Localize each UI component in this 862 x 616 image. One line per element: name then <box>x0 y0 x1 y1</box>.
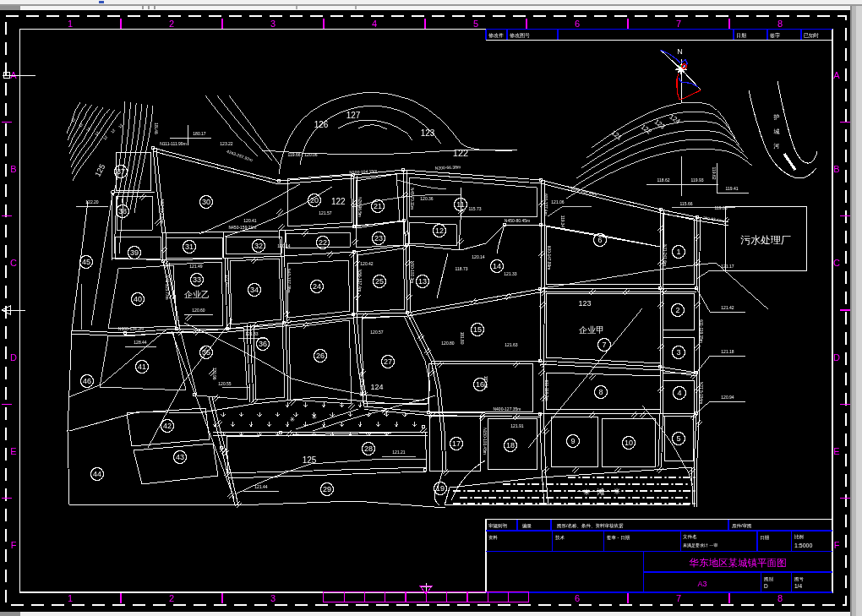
svg-text:图形/名称、条件、资料审核依据: 图形/名称、条件、资料审核依据 <box>557 523 624 529</box>
svg-text:资料: 资料 <box>488 535 499 540</box>
svg-text:3: 3 <box>676 348 680 357</box>
svg-text:18L46: 18L46 <box>154 123 158 134</box>
svg-text:121.18: 121.18 <box>721 349 734 354</box>
svg-text:污水处理厂: 污水处理厂 <box>740 234 791 246</box>
svg-text:N45-125.77m: N45-125.77m <box>165 275 169 299</box>
svg-text:3: 3 <box>270 593 276 603</box>
svg-text:8: 8 <box>598 388 603 396</box>
svg-text:120.06: 120.06 <box>304 152 318 157</box>
svg-text:182.33: 182.33 <box>483 376 488 389</box>
svg-text:121.44: 121.44 <box>254 484 268 489</box>
svg-text:10: 10 <box>625 439 633 447</box>
svg-text:181.80: 181.80 <box>460 332 464 345</box>
svg-text:119.34: 119.34 <box>560 215 565 228</box>
svg-text:护: 护 <box>773 113 780 120</box>
svg-text:600-147.89m: 600-147.89m <box>547 246 551 270</box>
svg-text:9: 9 <box>570 437 575 445</box>
svg-text:115.73: 115.73 <box>469 206 482 211</box>
svg-text:123.22: 123.22 <box>220 141 233 146</box>
svg-text:121.17: 121.17 <box>721 264 734 269</box>
svg-text:27: 27 <box>384 357 392 366</box>
svg-text:1/4: 1/4 <box>794 583 802 589</box>
svg-text:24: 24 <box>313 282 321 291</box>
svg-text:N400-117.1m: N400-117.1m <box>359 373 363 397</box>
svg-text:120.14: 120.14 <box>277 243 291 248</box>
svg-text:未满足要求计 一审: 未满足要求计 一审 <box>683 542 717 548</box>
svg-text:123: 123 <box>421 128 435 138</box>
svg-text:120.36: 120.36 <box>420 196 434 201</box>
svg-text:20: 20 <box>310 196 319 204</box>
svg-text:2: 2 <box>675 306 679 314</box>
svg-text:华东地区某城镇平面图: 华东地区某城镇平面图 <box>689 558 787 568</box>
svg-text:40: 40 <box>134 295 142 303</box>
svg-text:滩: 滩 <box>597 488 605 496</box>
svg-text:N150-103.45m: N150-103.45m <box>483 428 487 455</box>
svg-text:120.57: 120.57 <box>370 330 384 335</box>
svg-text:125: 125 <box>303 455 317 465</box>
svg-text:121.49: 121.49 <box>189 264 203 269</box>
svg-text:12: 12 <box>435 226 444 235</box>
svg-text:城: 城 <box>773 128 780 134</box>
svg-text:A: A <box>833 70 840 80</box>
svg-text:A3: A3 <box>697 580 707 588</box>
svg-text:29: 29 <box>323 485 331 493</box>
svg-text:日期: 日期 <box>760 535 770 541</box>
svg-text:19: 19 <box>436 484 445 493</box>
svg-text:44: 44 <box>93 470 101 478</box>
svg-text:119.93: 119.93 <box>691 177 704 183</box>
svg-text:22: 22 <box>319 238 327 247</box>
svg-text:122.20: 122.20 <box>85 199 99 204</box>
svg-text:4: 4 <box>677 389 681 397</box>
svg-text:31: 31 <box>185 243 194 251</box>
svg-text:180.17: 180.17 <box>193 131 206 136</box>
svg-text:F: F <box>834 540 840 550</box>
svg-text:6: 6 <box>575 593 580 603</box>
svg-text:C: C <box>833 258 840 268</box>
svg-text:编量: 编量 <box>522 523 532 528</box>
svg-text:3: 3 <box>270 19 276 29</box>
svg-text:N111-111.99m: N111-111.99m <box>160 141 187 146</box>
svg-text:2: 2 <box>169 593 174 603</box>
svg-text:N450-159.21m: N450-159.21m <box>228 225 256 230</box>
svg-text:修改图号: 修改图号 <box>510 32 530 39</box>
svg-text:E: E <box>833 446 839 456</box>
svg-text:32: 32 <box>254 242 263 250</box>
svg-text:38: 38 <box>118 207 127 215</box>
svg-text:123: 123 <box>578 299 591 308</box>
svg-text:21: 21 <box>374 202 382 210</box>
svg-text:原件/审图: 原件/审图 <box>732 523 752 529</box>
svg-text:17: 17 <box>452 439 461 448</box>
svg-text:120.42: 120.42 <box>360 261 374 266</box>
svg-text:N50-150.32m: N50-150.32m <box>160 199 164 223</box>
svg-text:8: 8 <box>777 19 783 29</box>
svg-text:120.94: 120.94 <box>721 395 734 400</box>
svg-text:23: 23 <box>374 234 383 243</box>
svg-text:技术: 技术 <box>555 535 565 540</box>
svg-text:16: 16 <box>476 380 484 389</box>
svg-text:33: 33 <box>193 275 201 284</box>
svg-text:13: 13 <box>418 277 427 286</box>
svg-text:8: 8 <box>777 593 783 603</box>
svg-text:28: 28 <box>364 444 373 453</box>
svg-text:124: 124 <box>370 383 383 391</box>
svg-text:N450-80.45m: N450-80.45m <box>505 218 530 223</box>
svg-text:115.66: 115.66 <box>680 201 693 206</box>
svg-text:120.80: 120.80 <box>441 341 455 346</box>
svg-text:119.66: 119.66 <box>288 152 301 157</box>
svg-text:比例: 比例 <box>794 534 804 540</box>
svg-text:N11-241.6m: N11-241.6m <box>663 244 667 266</box>
svg-text:11: 11 <box>456 200 464 209</box>
svg-text:120.41: 120.41 <box>243 218 257 223</box>
svg-text:E: E <box>10 446 16 456</box>
svg-text:121.42: 121.42 <box>721 305 734 310</box>
svg-text:119.06: 119.06 <box>715 205 728 210</box>
svg-text:✳: ✳ <box>583 488 590 497</box>
svg-text:✳: ✳ <box>290 416 296 423</box>
svg-text:120.60: 120.60 <box>192 308 205 313</box>
svg-text:45: 45 <box>82 258 90 266</box>
svg-text:审规则明: 审规则明 <box>488 523 507 529</box>
svg-text:N45-70.11m: N45-70.11m <box>410 188 414 210</box>
svg-text:图别: 图别 <box>764 576 774 582</box>
svg-text:120.55: 120.55 <box>218 381 232 386</box>
svg-text:4: 4 <box>372 19 377 29</box>
